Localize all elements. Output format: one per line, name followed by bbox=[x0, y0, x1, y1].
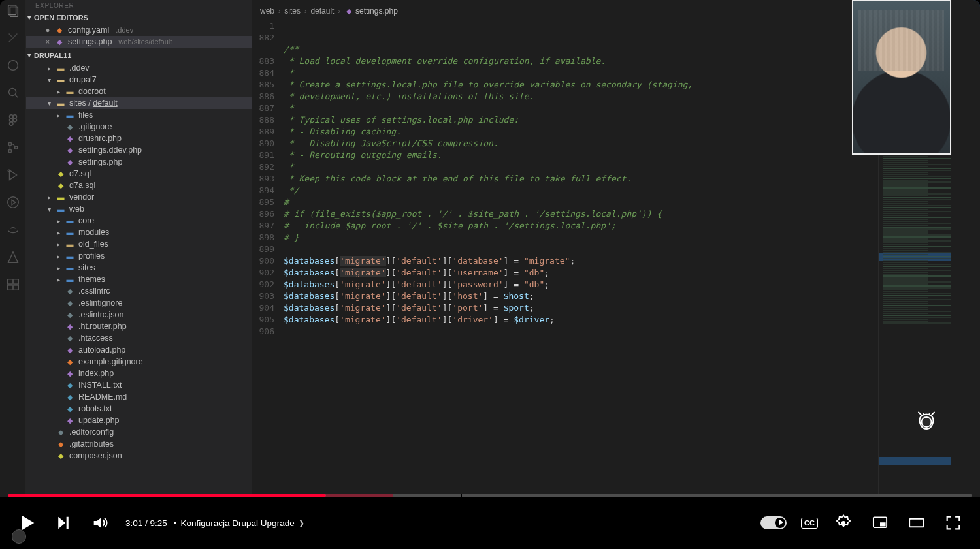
item-label: old_files bbox=[78, 240, 108, 249]
folder-item[interactable]: ▸▬core bbox=[26, 215, 252, 227]
file-item[interactable]: ◆autoload.php bbox=[26, 344, 252, 356]
item-label: sites bbox=[78, 263, 95, 272]
file-item[interactable]: ◆robots.txt bbox=[26, 403, 252, 415]
twisty-icon: ▸ bbox=[55, 253, 61, 260]
folder-item[interactable]: ▸▬themes bbox=[26, 274, 252, 285]
workspace-root[interactable]: ▾ DRUPAL11 bbox=[26, 48, 252, 62]
file-icon: ◆ bbox=[65, 310, 74, 319]
folder-icon: ▬ bbox=[56, 75, 65, 84]
source-control-icon[interactable] bbox=[5, 140, 21, 155]
svg-point-8 bbox=[9, 122, 13, 126]
breadcrumb-item[interactable]: default bbox=[310, 7, 334, 16]
folder-icon: ▬ bbox=[56, 99, 65, 108]
file-item[interactable]: ◆d7a.sql bbox=[26, 180, 252, 191]
search-icon[interactable] bbox=[5, 85, 21, 101]
item-label: .eslintrc.json bbox=[78, 310, 123, 319]
folder-item[interactable]: ▾▬sites / default bbox=[26, 97, 252, 109]
file-item[interactable]: ◆.ht.router.php bbox=[26, 321, 252, 332]
code-body[interactable]: /** * Load local development override co… bbox=[282, 20, 878, 497]
explorer-icon[interactable] bbox=[5, 3, 21, 18]
folder-item[interactable]: ▾▬drupal7 bbox=[26, 74, 252, 86]
settings-button[interactable] bbox=[832, 512, 855, 534]
chevron-right-icon: › bbox=[278, 8, 280, 15]
file-item[interactable]: ◆index.php bbox=[26, 368, 252, 379]
activity-icon[interactable] bbox=[5, 57, 21, 73]
twisty-icon: ▾ bbox=[46, 100, 52, 107]
file-item[interactable]: ◆settings.php bbox=[26, 156, 252, 168]
item-label: drushrc.php bbox=[78, 134, 122, 143]
folder-item[interactable]: ▸▬profiles bbox=[26, 250, 252, 262]
file-item[interactable]: ◆.editorconfig bbox=[26, 426, 252, 438]
captions-button[interactable]: CC bbox=[801, 518, 818, 529]
chapter-button[interactable]: • Konfiguracja Drupal Upgrade ❯ bbox=[174, 518, 304, 528]
breadcrumb[interactable]: web › sites › default › ◆ settings.php bbox=[252, 4, 878, 20]
figma-icon[interactable] bbox=[5, 112, 21, 128]
miniplayer-button[interactable] bbox=[869, 512, 891, 534]
activity-icon[interactable] bbox=[5, 222, 21, 238]
extensions-icon[interactable] bbox=[5, 277, 21, 292]
channel-watermark[interactable] bbox=[915, 409, 938, 433]
svg-rect-17 bbox=[13, 285, 18, 290]
item-label: vendor bbox=[69, 193, 94, 202]
folder-item[interactable]: ▾▬web bbox=[26, 203, 252, 215]
file-item[interactable]: ◆update.php bbox=[26, 415, 252, 426]
breadcrumb-item[interactable]: ◆ settings.php bbox=[344, 7, 398, 16]
file-item[interactable]: ◆INSTALL.txt bbox=[26, 379, 252, 391]
open-editor-item[interactable]: ●◆config.yaml.ddev bbox=[26, 24, 252, 36]
twisty-icon: ▸ bbox=[55, 229, 61, 236]
autoplay-toggle[interactable] bbox=[760, 516, 787, 529]
item-label: README.md bbox=[78, 392, 127, 401]
folder-item[interactable]: ▸▬sites bbox=[26, 262, 252, 274]
item-label: INSTALL.txt bbox=[78, 381, 122, 390]
file-icon: ◆ bbox=[65, 369, 74, 378]
folder-item[interactable]: ▸▬old_files bbox=[26, 238, 252, 250]
outer-scroll-gutter bbox=[951, 0, 980, 497]
item-label: .gitignore bbox=[78, 122, 112, 131]
open-editors-section[interactable]: ▾ OPEN EDITORS bbox=[26, 10, 252, 24]
run-debug-icon[interactable] bbox=[5, 167, 21, 183]
file-item[interactable]: ◆.gitattributes bbox=[26, 438, 252, 450]
activity-icon[interactable] bbox=[5, 30, 21, 46]
folder-item[interactable]: ▸▬.ddev bbox=[26, 62, 252, 74]
folder-icon: ▬ bbox=[65, 110, 74, 119]
folder-item[interactable]: ▸▬docroot bbox=[26, 86, 252, 97]
file-item[interactable]: ◆.csslintrc bbox=[26, 285, 252, 297]
breadcrumb-item[interactable]: sites bbox=[284, 7, 301, 16]
file-item[interactable]: ◆d7.sql bbox=[26, 168, 252, 180]
file-item[interactable]: ◆.htaccess bbox=[26, 332, 252, 344]
file-icon: ◆ bbox=[65, 357, 74, 366]
item-label: .eslintignore bbox=[78, 298, 122, 307]
modified-dot-icon[interactable]: ● bbox=[44, 26, 51, 34]
folder-item[interactable]: ▸▬modules bbox=[26, 227, 252, 238]
time-display: 3:01 / 9:25 • Konfiguracja Drupal Upgrad… bbox=[125, 518, 304, 528]
item-label: .htaccess bbox=[78, 334, 113, 343]
file-item[interactable]: ◆README.md bbox=[26, 391, 252, 403]
file-item[interactable]: ◆.eslintrc.json bbox=[26, 309, 252, 321]
file-item[interactable]: ◆.eslintignore bbox=[26, 297, 252, 309]
file-item[interactable]: ◆.gitignore bbox=[26, 121, 252, 133]
file-item[interactable]: ◆example.gitignore bbox=[26, 356, 252, 368]
activity-icon[interactable] bbox=[5, 249, 21, 265]
twisty-icon: ▸ bbox=[55, 241, 61, 248]
breadcrumb-item[interactable]: web bbox=[260, 7, 274, 16]
code-editor[interactable]: 1882883884885886887888889890891892893894… bbox=[252, 20, 878, 497]
file-item[interactable]: ◆settings.ddev.php bbox=[26, 144, 252, 156]
next-button[interactable] bbox=[52, 512, 74, 534]
file-item[interactable]: ◆composer.json bbox=[26, 450, 252, 462]
activity-icon[interactable] bbox=[5, 195, 21, 210]
open-editor-item[interactable]: ×◆settings.phpweb/sites/default bbox=[26, 36, 252, 48]
file-item[interactable]: ◆drushrc.php bbox=[26, 133, 252, 144]
account-avatar[interactable] bbox=[12, 529, 26, 544]
folder-item[interactable]: ▸▬files bbox=[26, 109, 252, 121]
svg-point-5 bbox=[13, 115, 17, 119]
chevron-right-icon: › bbox=[338, 8, 340, 15]
theater-button[interactable] bbox=[906, 512, 928, 534]
close-icon[interactable]: × bbox=[44, 38, 51, 46]
volume-button[interactable] bbox=[89, 512, 111, 534]
twisty-icon: ▸ bbox=[55, 112, 61, 119]
file-icon: ◆ bbox=[65, 322, 74, 331]
fullscreen-button[interactable] bbox=[942, 512, 964, 534]
folder-item[interactable]: ▸▬vendor bbox=[26, 191, 252, 203]
svg-point-10 bbox=[8, 149, 12, 153]
folder-icon: ▬ bbox=[56, 63, 65, 72]
